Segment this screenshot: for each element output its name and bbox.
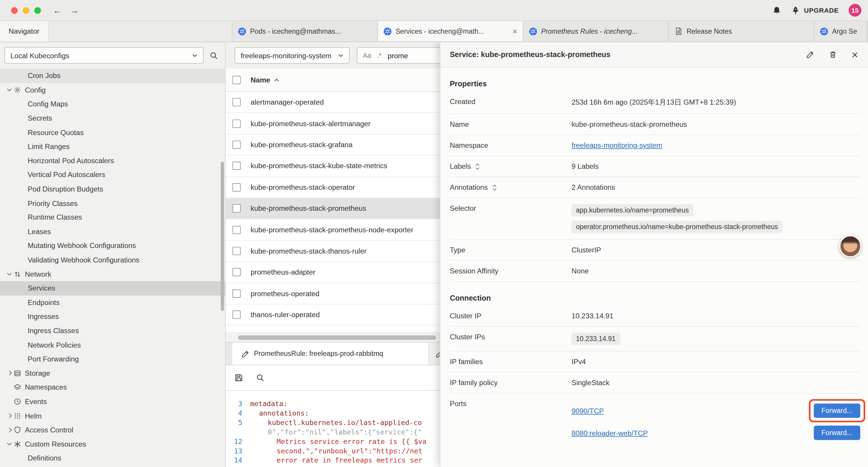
row-checkbox[interactable] <box>232 204 241 212</box>
chevron-down-icon[interactable] <box>4 272 14 276</box>
chevron-right-icon[interactable] <box>4 428 14 432</box>
sidebar-scrollbar[interactable] <box>221 162 224 311</box>
search-query: prome <box>388 51 408 59</box>
chevron-down-icon[interactable] <box>4 88 14 91</box>
sidebar-item-priority-classes[interactable]: Priority Classes <box>0 196 225 210</box>
sidebar-item-mutating-webhook-configurations[interactable]: Mutating Webhook Configurations <box>0 238 225 253</box>
upgrade-button[interactable]: UPGRADE <box>791 6 839 15</box>
code-text: second.","runbook_url":"https://net <box>250 446 422 456</box>
sidebar-item-horizontal-pod-autoscalers[interactable]: Horizontal Pod Autoscalers <box>0 154 225 168</box>
sidebar-item-port-forwarding[interactable]: Port Forwarding <box>0 352 225 366</box>
sidebar-item-cron-jobs[interactable]: Cron Jobs <box>0 68 225 83</box>
forward-button[interactable]: Forward... <box>814 426 860 440</box>
kubeconfig-select[interactable]: Local Kubeconfigs <box>4 47 204 63</box>
row-checkbox[interactable] <box>232 141 241 149</box>
sidebar-item-storage[interactable]: Storage <box>0 366 225 380</box>
notification-count-badge[interactable]: 15 <box>849 4 862 17</box>
tab-release-notes[interactable]: Release Notes <box>669 21 814 41</box>
chevron-down-icon[interactable] <box>4 442 14 446</box>
expand-toggle-icon[interactable] <box>475 163 480 169</box>
line-number: 3 <box>226 399 250 408</box>
regex-toggle[interactable]: .* <box>377 52 382 59</box>
sidebar-item-leases[interactable]: Leases <box>0 224 225 238</box>
editor-tab-prometheusrule[interactable]: PrometheusRule: freeleaps-prod-rabbitmq <box>232 343 429 365</box>
row-checkbox[interactable] <box>232 226 241 234</box>
sidebar-item-validating-webhook-configurations[interactable]: Validating Webhook Configurations <box>0 253 225 267</box>
expand-toggle-icon[interactable] <box>492 184 497 191</box>
horizontal-scrollbar[interactable] <box>226 334 440 341</box>
save-icon[interactable] <box>235 374 243 382</box>
close-icon[interactable]: × <box>852 49 858 60</box>
sidebar-item-runtime-classes[interactable]: Runtime Classes <box>0 210 225 224</box>
window-minimize-button[interactable] <box>23 7 29 13</box>
sidebar-item-pod-disruption-budgets[interactable]: Pod Disruption Budgets <box>0 182 225 196</box>
port-link[interactable]: 9090/TCP <box>571 406 604 415</box>
row-name: alertmanager-operated <box>251 98 324 107</box>
navigator-panel-tab[interactable]: Navigator <box>0 21 49 41</box>
delete-icon[interactable] <box>829 50 837 59</box>
window-close-button[interactable] <box>11 7 18 13</box>
tab-prometheus-rules-icecheng[interactable]: Prometheus Rules - icecheng... <box>523 21 669 41</box>
line-number: 13 <box>226 446 250 456</box>
port-link[interactable]: 8080:reloader-web/TCP <box>571 429 648 437</box>
line-number <box>226 428 250 437</box>
sidebar-item-secrets[interactable]: Secrets <box>0 111 225 125</box>
match-case-toggle[interactable]: Aa <box>363 52 371 59</box>
tab-close-icon[interactable]: × <box>510 27 517 36</box>
sidebar-item-ingress-classes[interactable]: Ingress Classes <box>0 324 225 338</box>
sidebar-item-ingresses[interactable]: Ingresses <box>0 310 225 324</box>
tab-argo-se[interactable]: Argo Se <box>814 21 867 41</box>
notifications-bell-icon[interactable] <box>773 6 781 15</box>
sidebar-item-config[interactable]: Config <box>0 83 225 97</box>
sidebar-item-endpoints[interactable]: Endpoints <box>0 295 225 310</box>
tab-services-icecheng-math[interactable]: Services - icecheng@math...× <box>378 21 523 41</box>
sidebar-item-network-policies[interactable]: Network Policies <box>0 338 225 352</box>
row-checkbox[interactable] <box>232 289 241 298</box>
scrollbar-thumb[interactable] <box>238 335 436 340</box>
sidebar-item-label: Leases <box>28 227 51 236</box>
sidebar-item-services[interactable]: Services <box>0 281 225 295</box>
sidebar-item-network[interactable]: Network <box>0 267 225 281</box>
section-heading-properties: Properties <box>450 76 860 91</box>
row-checkbox[interactable] <box>232 183 241 191</box>
editor-tab-label: PrometheusRule: freeleaps-prod-rabbitmq <box>254 350 383 357</box>
edit-icon[interactable] <box>806 50 814 59</box>
sidebar-item-config-maps[interactable]: Config Maps <box>0 97 225 111</box>
sidebar-item-custom-resources[interactable]: Custom Resources <box>0 437 225 451</box>
row-label: Namespace <box>450 141 488 150</box>
tab-strip: Pods - icecheng@mathmas...Services - ice… <box>232 21 868 41</box>
drawer-row-annotations: Annotations2 Annotations <box>450 177 860 198</box>
editor-search-icon[interactable] <box>256 374 265 382</box>
sidebar-item-limit-ranges[interactable]: Limit Ranges <box>0 140 225 154</box>
row-checkbox[interactable] <box>232 247 241 255</box>
back-button[interactable]: ← <box>53 6 61 14</box>
sidebar-item-definitions[interactable]: Definitions <box>0 451 225 465</box>
row-value: ClusterIP <box>571 245 601 254</box>
row-checkbox[interactable] <box>232 119 241 128</box>
row-checkbox[interactable] <box>232 311 241 319</box>
forward-button[interactable]: Forward... <box>814 404 860 418</box>
sidebar-item-vertical-pod-autoscalers[interactable]: Vertical Pod Autoscalers <box>0 168 225 182</box>
tab-pods-icecheng-mathmas[interactable]: Pods - icecheng@mathmas... <box>232 21 378 41</box>
sidebar-item-helm[interactable]: Helm <box>0 408 225 423</box>
chevron-right-icon[interactable] <box>4 372 14 375</box>
sidebar-item-namespaces[interactable]: Namespaces <box>0 380 225 395</box>
row-label: Type <box>450 245 465 254</box>
forward-button[interactable]: → <box>70 6 79 14</box>
floating-user-avatar[interactable] <box>839 235 862 258</box>
chevron-down-icon <box>338 54 344 57</box>
sidebar-item-access-control[interactable]: Access Control <box>0 423 225 437</box>
namespace-link[interactable]: freeleaps-monitoring-system <box>571 141 662 150</box>
sidebar-item-resource-quotas[interactable]: Resource Quotas <box>0 125 225 140</box>
window-zoom-button[interactable] <box>34 7 41 13</box>
row-checkbox[interactable] <box>232 162 241 170</box>
select-all-checkbox[interactable] <box>232 76 241 84</box>
sidebar-item-events[interactable]: Events <box>0 395 225 409</box>
row-checkbox[interactable] <box>232 268 241 276</box>
row-checkbox[interactable] <box>232 98 241 107</box>
namespace-select[interactable]: freeleaps-monitoring-system <box>235 47 350 63</box>
sidebar-item-label: Runtime Classes <box>28 213 82 222</box>
chevron-right-icon[interactable] <box>4 414 14 417</box>
sidebar-search-icon[interactable] <box>210 51 218 59</box>
name-column-header[interactable]: Name <box>251 76 270 84</box>
